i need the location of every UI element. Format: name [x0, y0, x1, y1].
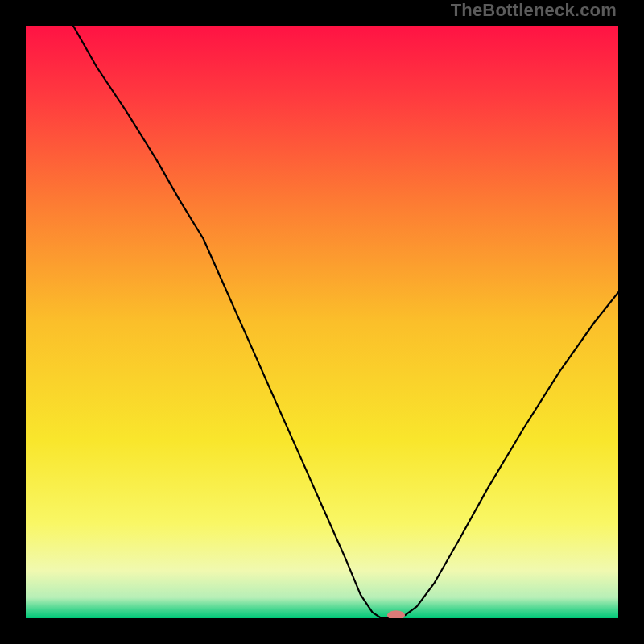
chart-plot-area — [26, 26, 618, 618]
chart-svg — [26, 26, 618, 618]
watermark-text: TheBottleneck.com — [451, 0, 617, 21]
chart-background — [26, 26, 618, 618]
